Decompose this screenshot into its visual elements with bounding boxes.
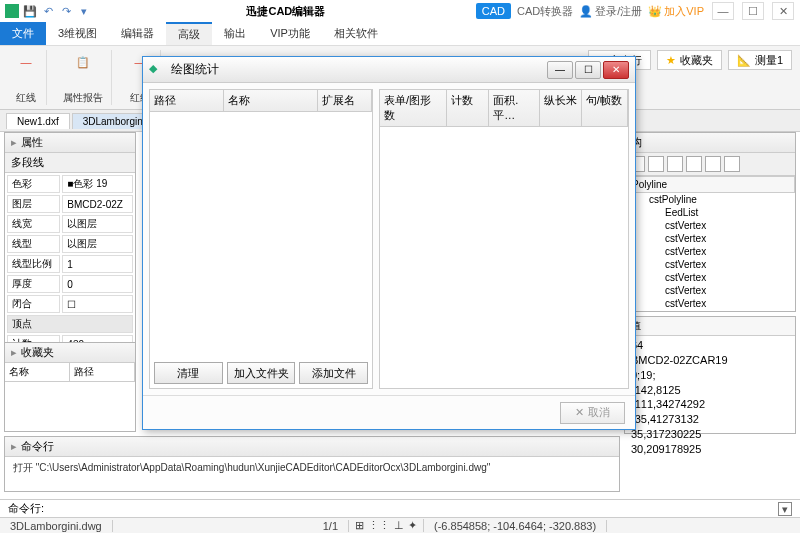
- value-line: 35,317230225: [631, 427, 789, 442]
- converter-link[interactable]: CAD转换器: [517, 4, 573, 19]
- value-header: 值: [625, 317, 795, 336]
- maximize-button[interactable]: ☐: [742, 2, 764, 20]
- tree-item[interactable]: cstVertex: [625, 219, 795, 232]
- status-filename: 3DLamborgini.dwg: [0, 520, 113, 532]
- login-link[interactable]: 👤登录/注册: [579, 4, 642, 19]
- col-length: 纵长米: [540, 90, 582, 126]
- command-line: 命令行: ▾: [0, 499, 800, 517]
- doc-tab-0[interactable]: New1.dxf: [6, 113, 70, 129]
- tab-3dview[interactable]: 3维视图: [46, 22, 109, 45]
- vip-link[interactable]: 👑加入VIP: [648, 4, 704, 19]
- command-output: 打开 "C:\Users\Administrator\AppData\Roami…: [5, 457, 619, 479]
- value-line: -35,41273132: [631, 412, 789, 427]
- ortho-icon[interactable]: ⊥: [394, 519, 404, 532]
- col-frames: 句/帧数: [582, 90, 628, 126]
- tree-item-cst[interactable]: cstPolyline: [625, 193, 795, 206]
- save-icon[interactable]: 💾: [22, 3, 38, 19]
- dialog-title: 绘图统计: [171, 61, 547, 78]
- col-count: 计数: [447, 90, 489, 126]
- tree-item[interactable]: cstVertex: [625, 245, 795, 258]
- panel-icon: ▸: [11, 440, 17, 453]
- tree-header-polyline: Polyline: [625, 176, 795, 193]
- tree-item[interactable]: cstVertex: [625, 258, 795, 271]
- grid-icon[interactable]: ⋮⋮: [368, 519, 390, 532]
- tree-item[interactable]: cstVertex: [625, 297, 795, 310]
- qat-dropdown-icon[interactable]: ▾: [76, 3, 92, 19]
- tree-item[interactable]: cstVertex: [625, 232, 795, 245]
- tree-item[interactable]: cstVertex: [625, 284, 795, 297]
- app-title: 迅捷CAD编辑器: [96, 4, 476, 19]
- add-folder-button[interactable]: 加入文件夹: [227, 362, 296, 384]
- ribbon-group-propreport[interactable]: 📋 属性报告: [55, 50, 112, 105]
- minimize-button[interactable]: —: [712, 2, 734, 20]
- tab-advanced[interactable]: 高级: [166, 22, 212, 45]
- tree-toolbar: [625, 153, 795, 176]
- dialog-left-pane: 路径 名称 扩展名 清理 加入文件夹 添加文件: [149, 89, 373, 389]
- table-row[interactable]: 厚度0: [7, 275, 133, 293]
- redo-icon[interactable]: ↷: [58, 3, 74, 19]
- polar-icon[interactable]: ✦: [408, 519, 417, 532]
- dialog-close-button[interactable]: ✕: [603, 61, 629, 79]
- ruler-icon: 📐: [737, 54, 751, 67]
- tree-tool-5[interactable]: [705, 156, 721, 172]
- dialog-titlebar[interactable]: ◆ 绘图统计 — ☐ ✕: [143, 57, 635, 83]
- cancel-button[interactable]: ✕取消: [560, 402, 625, 424]
- value-line: 30,209178925: [631, 442, 789, 457]
- col-ext: 扩展名: [318, 90, 373, 111]
- right-table-header: 表单/图形数 计数 面积. 平… 纵长米 句/帧数: [380, 90, 628, 127]
- command-line-dropdown[interactable]: ▾: [778, 502, 792, 516]
- ribbon-btn-measure[interactable]: 📐测量1: [728, 50, 792, 70]
- tree-tool-4[interactable]: [686, 156, 702, 172]
- tree-item[interactable]: EedList: [625, 206, 795, 219]
- undo-icon[interactable]: ↶: [40, 3, 56, 19]
- crown-icon: 👑: [648, 5, 662, 18]
- snap-icon[interactable]: ⊞: [355, 519, 364, 532]
- tree-tool-2[interactable]: [648, 156, 664, 172]
- dialog-minimize-button[interactable]: —: [547, 61, 573, 79]
- property-subtitle: 多段线: [5, 153, 135, 173]
- right-table-body[interactable]: [380, 127, 628, 388]
- dialog-maximize-button[interactable]: ☐: [575, 61, 601, 79]
- tree-tool-3[interactable]: [667, 156, 683, 172]
- left-buttons: 清理 加入文件夹 添加文件: [150, 358, 372, 388]
- tree-tool-6[interactable]: [724, 156, 740, 172]
- value-panel: 值 64 BMCD2-02ZCAR19 0;19; -142,8125 -111…: [624, 316, 796, 434]
- col-path: 路径: [150, 90, 224, 111]
- value-line: BMCD2-02ZCAR19: [631, 353, 789, 368]
- table-row[interactable]: 线型以图层: [7, 235, 133, 253]
- close-button[interactable]: ✕: [772, 2, 794, 20]
- table-row[interactable]: 色彩■色彩 19: [7, 175, 133, 193]
- tab-related[interactable]: 相关软件: [322, 22, 390, 45]
- tab-editor[interactable]: 编辑器: [109, 22, 166, 45]
- ribbon-btn-fav[interactable]: ★收藏夹: [657, 50, 722, 70]
- left-table-body[interactable]: [150, 112, 372, 358]
- col-area: 面积. 平…: [489, 90, 539, 126]
- table-row[interactable]: 图层BMCD2-02Z: [7, 195, 133, 213]
- ribbon-group-redline1[interactable]: — 红线: [6, 50, 47, 105]
- dialog-icon: ◆: [149, 62, 165, 78]
- tree-item[interactable]: cstVertex: [625, 271, 795, 284]
- table-row[interactable]: 闭合☐: [7, 295, 133, 313]
- prop-report-icon: 📋: [71, 50, 95, 74]
- svg-rect-0: [5, 4, 19, 18]
- tab-file[interactable]: 文件: [0, 22, 46, 45]
- left-table-header: 路径 名称 扩展名: [150, 90, 372, 112]
- add-file-button[interactable]: 添加文件: [299, 362, 368, 384]
- command-title: ▸命令行: [5, 437, 619, 457]
- table-row[interactable]: 线型比例1: [7, 255, 133, 273]
- prop-category-vertex: 顶点: [7, 315, 133, 333]
- table-row[interactable]: 线宽以图层: [7, 215, 133, 233]
- status-bar: 3DLamborgini.dwg 1/1 ⊞ ⋮⋮ ⊥ ✦ (-6.854858…: [0, 517, 800, 533]
- qat: 💾 ↶ ↷ ▾: [0, 3, 96, 19]
- value-line: -142,8125: [631, 383, 789, 398]
- tab-vip[interactable]: VIP功能: [258, 22, 322, 45]
- status-page: 1/1: [313, 520, 349, 532]
- command-panel: ▸命令行 打开 "C:\Users\Administrator\AppData\…: [4, 436, 620, 492]
- favorites-panel: ▸收藏夹 名称 路径: [4, 342, 136, 432]
- app-icon: [4, 3, 20, 19]
- panel-icon: ▸: [11, 136, 17, 149]
- col-sheets: 表单/图形数: [380, 90, 447, 126]
- tab-output[interactable]: 输出: [212, 22, 258, 45]
- dialog-footer: ✕取消: [143, 395, 635, 429]
- clear-button[interactable]: 清理: [154, 362, 223, 384]
